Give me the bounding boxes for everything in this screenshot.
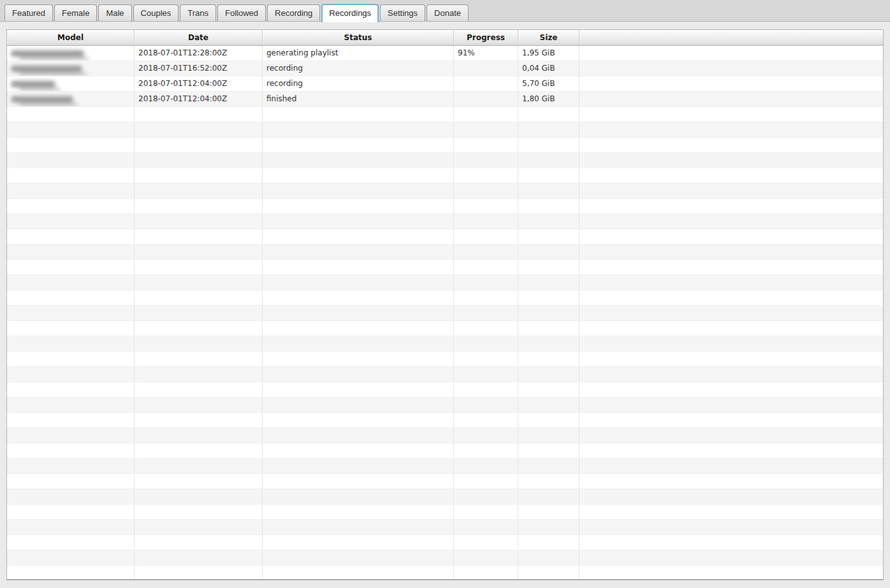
column-header-date[interactable]: Date — [135, 30, 263, 45]
cell-filler — [580, 229, 883, 244]
cell-progress — [454, 92, 518, 106]
cell-size — [518, 245, 580, 259]
cell-model — [7, 229, 135, 244]
cell-progress — [454, 214, 518, 229]
cell-model — [7, 107, 135, 122]
cell-model — [7, 520, 135, 534]
cell-filler — [580, 398, 883, 412]
table-row[interactable]: 2018-07-01T16:52:00Zrecording0,04 GiB — [7, 61, 883, 76]
cell-date — [135, 199, 263, 213]
cell-status — [263, 443, 454, 458]
cell-status — [263, 352, 454, 366]
column-header-size[interactable]: Size — [518, 30, 580, 45]
table-row-empty — [7, 566, 883, 580]
cell-size — [518, 153, 580, 168]
tab-female[interactable]: Female — [54, 4, 97, 21]
table-row-empty — [7, 122, 883, 138]
cell-status — [263, 505, 454, 519]
table-row[interactable]: 2018-07-01T12:28:00Zgenerating playlist9… — [7, 46, 883, 61]
cell-model — [7, 245, 135, 259]
tab-trans[interactable]: Trans — [180, 4, 216, 21]
tab-donate[interactable]: Donate — [427, 4, 469, 21]
cell-filler — [580, 336, 883, 351]
cell-progress — [454, 122, 518, 137]
cell-progress — [454, 336, 518, 351]
table-row-empty — [7, 367, 883, 382]
cell-status: recording — [263, 76, 454, 91]
cell-progress — [454, 321, 518, 336]
cell-status — [263, 566, 454, 580]
cell-model — [7, 168, 135, 183]
cell-filler — [580, 489, 883, 504]
cell-model — [7, 199, 135, 213]
tab-recording[interactable]: Recording — [267, 4, 320, 21]
tab-followed[interactable]: Followed — [217, 4, 266, 21]
cell-size: 0,04 GiB — [518, 61, 580, 76]
cell-progress — [454, 61, 518, 76]
tab-couples[interactable]: Couples — [133, 4, 179, 21]
cell-size — [518, 505, 580, 519]
table-row-empty — [7, 214, 883, 229]
cell-progress — [454, 245, 518, 259]
cell-status — [263, 214, 454, 229]
cell-date — [135, 566, 263, 580]
cell-size: 1,80 GiB — [518, 92, 580, 106]
table-row-empty — [7, 413, 883, 428]
table-row-empty — [7, 107, 883, 122]
cell-size — [518, 382, 580, 397]
cell-model — [7, 566, 135, 580]
tab-featured[interactable]: Featured — [4, 4, 53, 21]
cell-date — [135, 398, 263, 412]
table-row[interactable]: 2018-07-01T12:04:00Zfinished1,80 GiB — [7, 92, 883, 107]
cell-size — [518, 443, 580, 458]
cell-progress — [454, 443, 518, 458]
table-row-empty — [7, 306, 883, 321]
cell-status — [263, 275, 454, 290]
cell-status — [263, 245, 454, 259]
tab-male[interactable]: Male — [98, 4, 131, 21]
cell-filler — [580, 352, 883, 366]
cell-model — [7, 352, 135, 366]
cell-status — [263, 382, 454, 397]
cell-date — [135, 505, 263, 519]
cell-filler — [580, 505, 883, 519]
cell-filler — [580, 459, 883, 473]
table-row[interactable]: 2018-07-01T12:04:00Zrecording5,70 GiB — [7, 76, 883, 92]
cell-status — [263, 336, 454, 351]
cell-model — [7, 535, 135, 550]
cell-size — [518, 367, 580, 382]
tab-recordings[interactable]: Recordings — [321, 4, 379, 22]
table-row-empty — [7, 535, 883, 550]
cell-model — [7, 413, 135, 427]
cell-size — [518, 474, 580, 489]
table-row-empty — [7, 275, 883, 290]
cell-progress — [454, 183, 518, 198]
cell-progress — [454, 290, 518, 305]
column-header-status[interactable]: Status — [263, 30, 454, 45]
cell-model — [7, 153, 135, 168]
cell-date — [135, 183, 263, 198]
tab-settings[interactable]: Settings — [380, 4, 425, 21]
cell-date — [135, 122, 263, 137]
cell-size — [518, 459, 580, 473]
cell-status — [263, 489, 454, 504]
cell-filler — [580, 428, 883, 443]
cell-model — [7, 92, 135, 106]
cell-model — [7, 505, 135, 519]
cell-filler — [580, 122, 883, 137]
cell-model — [7, 61, 135, 76]
cell-filler — [580, 290, 883, 305]
column-header-model[interactable]: Model — [7, 30, 135, 45]
cell-model — [7, 398, 135, 412]
cell-model — [7, 428, 135, 443]
cell-filler — [580, 474, 883, 489]
cell-status — [263, 550, 454, 565]
cell-status — [263, 107, 454, 122]
cell-date — [135, 489, 263, 504]
cell-status: generating playlist — [263, 46, 454, 61]
column-header-progress[interactable]: Progress — [454, 30, 518, 45]
table-row-empty — [7, 245, 883, 260]
table-row-empty — [7, 428, 883, 443]
cell-size — [518, 336, 580, 351]
cell-date — [135, 336, 263, 351]
